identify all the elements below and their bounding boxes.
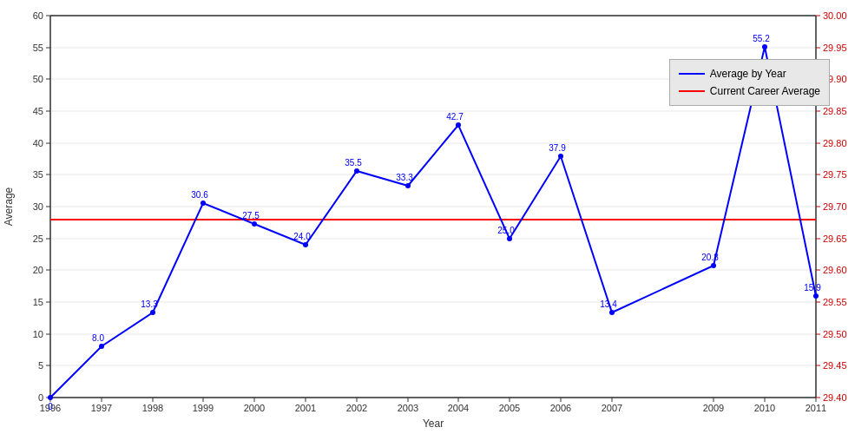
legend-line-red-icon: [679, 90, 705, 92]
svg-point-126: [456, 122, 461, 128]
svg-text:24.0: 24.0: [293, 232, 311, 241]
legend-item-red: Current Career Average: [679, 82, 820, 100]
svg-text:20: 20: [33, 265, 43, 275]
svg-point-122: [252, 221, 257, 227]
svg-text:8.0: 8.0: [92, 333, 104, 343]
svg-text:Year: Year: [423, 418, 444, 430]
svg-text:29.45: 29.45: [823, 360, 847, 371]
svg-point-124: [354, 168, 359, 174]
svg-text:29.65: 29.65: [823, 233, 847, 244]
legend-box: Average by Year Current Career Average: [669, 59, 830, 106]
svg-text:42.7: 42.7: [446, 112, 464, 122]
svg-point-119: [99, 344, 104, 349]
svg-point-127: [507, 236, 512, 241]
svg-point-118: [48, 395, 53, 400]
svg-text:35: 35: [33, 169, 43, 180]
svg-text:15: 15: [33, 297, 43, 307]
svg-text:2002: 2002: [346, 403, 367, 413]
svg-text:27.5: 27.5: [242, 211, 260, 220]
svg-text:0: 0: [38, 392, 43, 403]
svg-point-123: [303, 242, 308, 247]
svg-text:50: 50: [33, 74, 43, 84]
svg-point-129: [609, 310, 615, 315]
svg-text:10: 10: [33, 329, 43, 339]
svg-point-128: [558, 154, 563, 159]
svg-text:55: 55: [33, 43, 43, 53]
svg-text:13.4: 13.4: [600, 299, 617, 309]
svg-text:2004: 2004: [448, 403, 469, 413]
svg-text:2003: 2003: [398, 403, 418, 413]
svg-text:45: 45: [33, 106, 43, 116]
svg-point-125: [405, 183, 411, 188]
svg-text:1998: 1998: [142, 403, 163, 413]
svg-text:29.40: 29.40: [823, 392, 847, 403]
svg-text:2006: 2006: [550, 403, 571, 413]
svg-text:29.50: 29.50: [823, 329, 847, 339]
svg-text:2005: 2005: [499, 403, 520, 413]
svg-point-121: [201, 201, 206, 206]
svg-text:1997: 1997: [91, 403, 112, 413]
svg-text:2011: 2011: [806, 403, 826, 413]
svg-text:29.60: 29.60: [823, 265, 847, 275]
svg-text:29.70: 29.70: [823, 201, 847, 212]
svg-text:15.9: 15.9: [804, 283, 821, 293]
svg-text:29.95: 29.95: [823, 43, 847, 53]
svg-text:55.2: 55.2: [753, 34, 770, 43]
svg-text:2010: 2010: [754, 403, 775, 413]
svg-text:29.85: 29.85: [823, 106, 847, 116]
svg-point-132: [813, 293, 819, 299]
svg-point-120: [150, 310, 155, 315]
svg-text:20.8: 20.8: [701, 253, 719, 262]
svg-text:1999: 1999: [193, 403, 214, 413]
svg-text:25.0: 25.0: [497, 226, 515, 235]
svg-text:2007: 2007: [602, 403, 622, 413]
svg-text:5: 5: [38, 360, 43, 371]
svg-text:2009: 2009: [703, 403, 724, 413]
legend-label-red: Current Career Average: [710, 82, 820, 100]
svg-text:2000: 2000: [244, 403, 265, 413]
chart-container: 0 5 10 15 20 25 30 35 40 45 50 55: [0, 0, 868, 434]
svg-text:60: 60: [33, 10, 43, 21]
svg-text:2001: 2001: [295, 403, 316, 413]
svg-text:29.75: 29.75: [823, 169, 847, 180]
legend-item-blue: Average by Year: [679, 65, 820, 82]
svg-text:0: 0: [48, 402, 53, 411]
svg-text:30.00: 30.00: [823, 10, 847, 21]
svg-text:29.55: 29.55: [823, 297, 847, 307]
svg-text:29.80: 29.80: [823, 138, 847, 148]
legend-label-blue: Average by Year: [710, 65, 786, 82]
svg-text:Average: Average: [3, 187, 15, 226]
svg-point-130: [711, 263, 716, 268]
svg-text:33.3: 33.3: [396, 173, 413, 182]
svg-point-131: [762, 44, 767, 49]
svg-text:30.6: 30.6: [191, 190, 208, 200]
svg-text:25: 25: [33, 233, 43, 244]
svg-text:37.9: 37.9: [549, 143, 566, 153]
svg-text:40: 40: [33, 138, 43, 148]
svg-text:13.3: 13.3: [141, 299, 158, 309]
svg-text:35.5: 35.5: [345, 158, 362, 168]
legend-line-blue-icon: [679, 73, 705, 75]
svg-text:30: 30: [33, 201, 43, 212]
